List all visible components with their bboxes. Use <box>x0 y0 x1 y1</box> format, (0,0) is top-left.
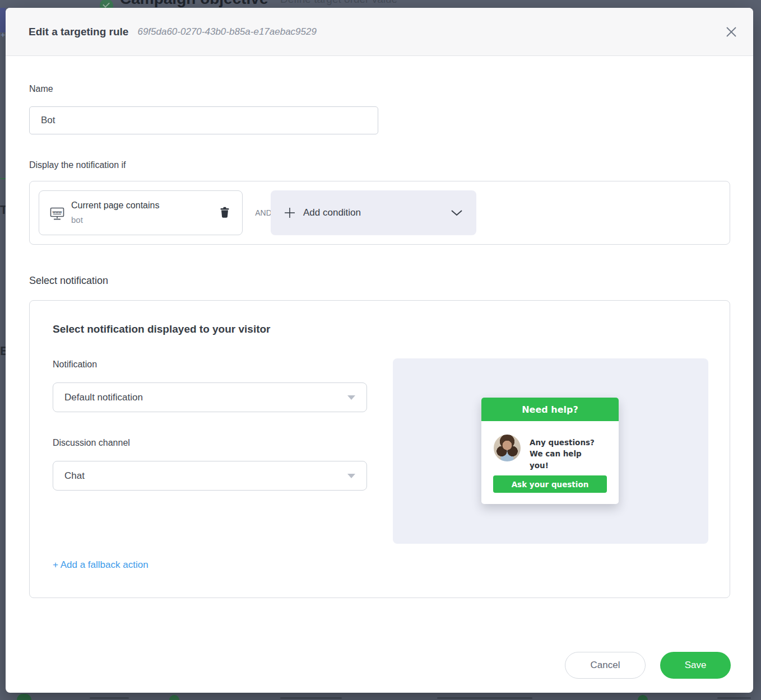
dimmed-background-left: + T E <box>0 8 6 693</box>
close-button[interactable] <box>723 24 740 40</box>
svg-text:www: www <box>52 210 62 214</box>
notification-label: Notification <box>53 360 97 370</box>
notification-preview-panel: Need help? Any questions? We can help yo… <box>393 358 708 544</box>
condition-card[interactable]: www Current page contains bot <box>39 190 243 235</box>
background-section-title: Campaign objective <box>120 0 268 8</box>
background-text-fragment: T <box>0 203 6 217</box>
background-text-fragment: E <box>0 344 6 358</box>
background-divider <box>0 178 6 179</box>
background-blob <box>0 8 6 32</box>
channel-label: Discussion channel <box>53 438 130 448</box>
notification-selected-value: Default notification <box>64 392 143 403</box>
cancel-button[interactable]: Cancel <box>565 652 646 679</box>
background-toggle <box>17 694 31 700</box>
background-badge <box>638 695 648 700</box>
close-icon <box>725 25 738 39</box>
background-badge <box>169 695 179 700</box>
widget-message: Any questions? We can help you! <box>530 437 602 471</box>
notification-select[interactable]: Default notification <box>53 382 367 412</box>
notification-subheading: Select notification displayed to your vi… <box>53 323 271 335</box>
background-text-blur <box>437 697 532 699</box>
edit-targeting-rule-dialog: Edit a targeting rule 69f5da60-0270-43b0… <box>6 8 753 693</box>
add-fallback-action-link[interactable]: + Add a fallback action <box>53 559 149 571</box>
conditions-container: www Current page contains bot AND <box>29 181 730 245</box>
widget-header: Need help? <box>481 398 619 421</box>
delete-condition-button[interactable] <box>219 207 231 220</box>
condition-type: Current page contains <box>71 200 159 211</box>
dialog-header: Edit a targeting rule 69f5da60-0270-43b0… <box>6 8 753 56</box>
ask-question-button[interactable]: Ask your question <box>493 475 607 493</box>
rule-id: 69f5da60-0270-43b0-b85a-e17aebac9529 <box>137 26 317 38</box>
save-button[interactable]: Save <box>660 652 731 679</box>
background-text-blur <box>717 697 751 699</box>
dialog-title: Edit a targeting rule <box>29 26 128 38</box>
name-input[interactable] <box>29 106 378 134</box>
background-section-subtitle: Define target order value <box>280 0 397 6</box>
notification-widget-preview: Need help? Any questions? We can help yo… <box>481 398 619 504</box>
conditions-label: Display the notification if <box>29 160 126 170</box>
agent-avatar <box>494 435 521 461</box>
add-condition-label: Add condition <box>303 207 361 218</box>
plus-fragment: + <box>1 30 5 39</box>
name-label: Name <box>29 84 53 94</box>
select-notification-heading: Select notification <box>29 275 108 287</box>
discussion-channel-select[interactable]: Chat <box>53 461 367 491</box>
caret-down-icon <box>347 395 355 400</box>
website-icon: www <box>49 207 65 223</box>
add-condition-button[interactable]: Add condition <box>271 190 476 235</box>
plus-icon <box>284 207 295 218</box>
chevron-down-icon <box>451 209 463 216</box>
background-text-blur <box>280 697 342 699</box>
notification-container: Select notification displayed to your vi… <box>29 300 730 598</box>
channel-selected-value: Chat <box>64 470 85 482</box>
dimmed-background-top: Campaign objective Define target order v… <box>0 0 761 8</box>
dimmed-background-bottom <box>0 693 761 700</box>
caret-down-icon <box>347 474 355 478</box>
background-text-blur <box>90 697 129 699</box>
check-circle-icon <box>100 0 113 8</box>
trash-icon <box>220 207 230 218</box>
condition-value: bot <box>71 215 83 225</box>
